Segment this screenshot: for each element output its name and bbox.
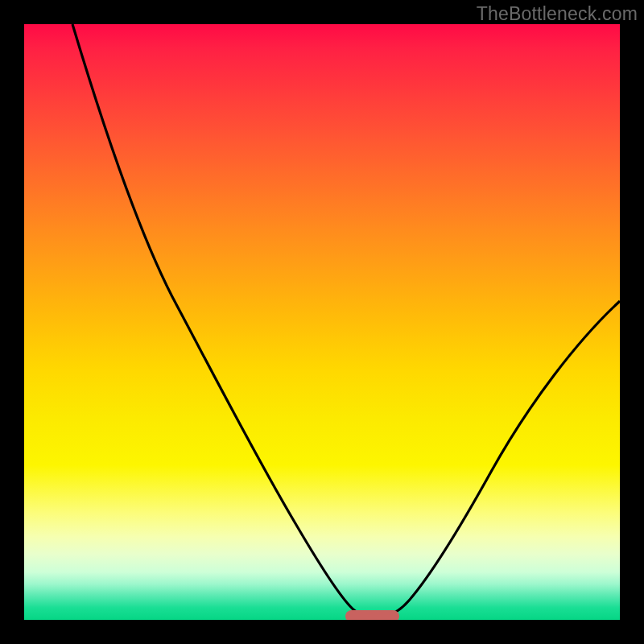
optimal-range-marker <box>345 610 399 620</box>
plot-area <box>24 24 620 620</box>
watermark-text: TheBottleneck.com <box>477 3 638 25</box>
chart-frame: TheBottleneck.com <box>0 0 644 644</box>
bottleneck-curve-path <box>72 24 620 617</box>
bottleneck-curve <box>24 24 620 620</box>
